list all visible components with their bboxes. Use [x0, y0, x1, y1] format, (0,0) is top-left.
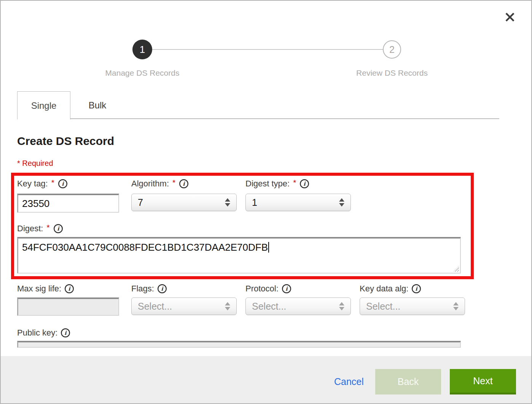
digest-textarea[interactable]: 54FCF030AA1C79C0088FDEC1BD1C37DAA2E70DFB	[17, 237, 461, 274]
public-key-textarea[interactable]	[17, 341, 461, 348]
flags-label-text: Flags:	[131, 284, 154, 294]
close-icon[interactable]	[503, 11, 516, 24]
required-asterisk: *	[293, 178, 296, 187]
protocol-label: Protocol: i	[245, 283, 291, 294]
required-note: * Required	[17, 159, 53, 168]
digest-value: 54FCF030AA1C79C0088FDEC1BD1C37DAA2E70DFB	[22, 242, 268, 253]
svg-text:i: i	[65, 330, 67, 336]
flags-select-value: Select...	[138, 301, 225, 312]
select-arrows-icon	[453, 302, 459, 310]
stepper-step-2-number: 2	[389, 44, 395, 55]
info-icon[interactable]: i	[179, 179, 189, 189]
next-button[interactable]: Next	[450, 369, 516, 394]
svg-text:i: i	[285, 286, 288, 292]
svg-text:i: i	[68, 286, 71, 292]
tab-bulk-label: Bulk	[89, 100, 107, 111]
tab-single-label: Single	[31, 100, 57, 111]
key-data-alg-label: Key data alg: i	[360, 283, 421, 294]
protocol-select-value: Select...	[252, 301, 339, 312]
stepper-step-2-label: Review DS Records	[316, 68, 468, 78]
info-icon[interactable]: i	[411, 284, 421, 294]
info-icon[interactable]: i	[61, 328, 70, 338]
cancel-link[interactable]: Cancel	[334, 376, 364, 387]
info-icon[interactable]: i	[53, 224, 63, 234]
digest-type-select-value: 1	[252, 197, 339, 208]
algorithm-select-value: 7	[138, 197, 225, 208]
digest-type-select[interactable]: 1	[245, 194, 351, 211]
select-arrows-icon	[225, 302, 230, 310]
protocol-label-text: Protocol:	[245, 284, 279, 294]
flags-select[interactable]: Select...	[131, 297, 237, 315]
select-arrows-icon	[225, 198, 230, 207]
resize-handle-icon[interactable]	[453, 266, 459, 272]
text-caret	[268, 242, 269, 253]
stepper-step-1-label: Manage DS Records	[66, 68, 218, 78]
algorithm-select[interactable]: 7	[131, 194, 237, 211]
key-data-alg-select[interactable]: Select...	[360, 297, 465, 315]
key-data-alg-label-text: Key data alg:	[360, 284, 408, 294]
key-tag-value: 23550	[22, 198, 49, 210]
svg-text:i: i	[161, 286, 164, 292]
key-tag-label: Key tag: * i	[17, 178, 68, 189]
dialog-footer: Cancel Back Next	[1, 356, 531, 403]
back-button[interactable]: Back	[375, 369, 441, 394]
page-title: Create DS Record	[17, 135, 114, 148]
svg-text:i: i	[304, 181, 306, 187]
algorithm-label: Algorithm: * i	[131, 178, 189, 189]
max-sig-life-label-text: Max sig life:	[17, 284, 61, 294]
info-icon[interactable]: i	[58, 179, 68, 189]
tab-bulk[interactable]: Bulk	[71, 91, 124, 119]
max-sig-life-input[interactable]	[17, 297, 119, 316]
info-icon[interactable]: i	[299, 179, 309, 189]
algorithm-label-text: Algorithm:	[131, 179, 169, 189]
svg-text:i: i	[62, 181, 64, 187]
svg-text:i: i	[57, 226, 60, 232]
info-icon[interactable]: i	[157, 284, 167, 294]
digest-label: Digest: * i	[17, 223, 63, 234]
public-key-label: Public key: i	[17, 327, 70, 339]
public-key-label-text: Public key:	[17, 328, 57, 338]
digest-type-label-text: Digest type:	[245, 179, 290, 189]
key-data-alg-select-value: Select...	[366, 301, 453, 312]
svg-text:i: i	[416, 286, 418, 292]
required-asterisk: *	[46, 223, 49, 232]
digest-label-text: Digest:	[17, 224, 43, 234]
info-icon[interactable]: i	[282, 284, 291, 294]
stepper-step-2-circle: 2	[383, 40, 401, 59]
flags-label: Flags: i	[131, 283, 167, 294]
svg-text:i: i	[183, 181, 186, 187]
stepper-connector-line	[152, 49, 383, 50]
create-ds-record-dialog: 1 2 Manage DS Records Review DS Records …	[0, 0, 532, 404]
select-arrows-icon	[339, 198, 344, 207]
required-asterisk: *	[172, 178, 175, 187]
select-arrows-icon	[339, 302, 344, 310]
max-sig-life-label: Max sig life: i	[17, 283, 74, 294]
stepper-step-1-circle: 1	[132, 40, 152, 59]
protocol-select[interactable]: Select...	[245, 297, 351, 315]
key-tag-label-text: Key tag:	[17, 179, 48, 189]
info-icon[interactable]: i	[64, 284, 74, 294]
required-asterisk: *	[51, 178, 54, 187]
tab-single[interactable]: Single	[17, 91, 70, 119]
digest-type-label: Digest type: * i	[245, 178, 309, 189]
key-tag-input[interactable]: 23550	[17, 194, 119, 213]
stepper-step-1-number: 1	[140, 44, 145, 56]
